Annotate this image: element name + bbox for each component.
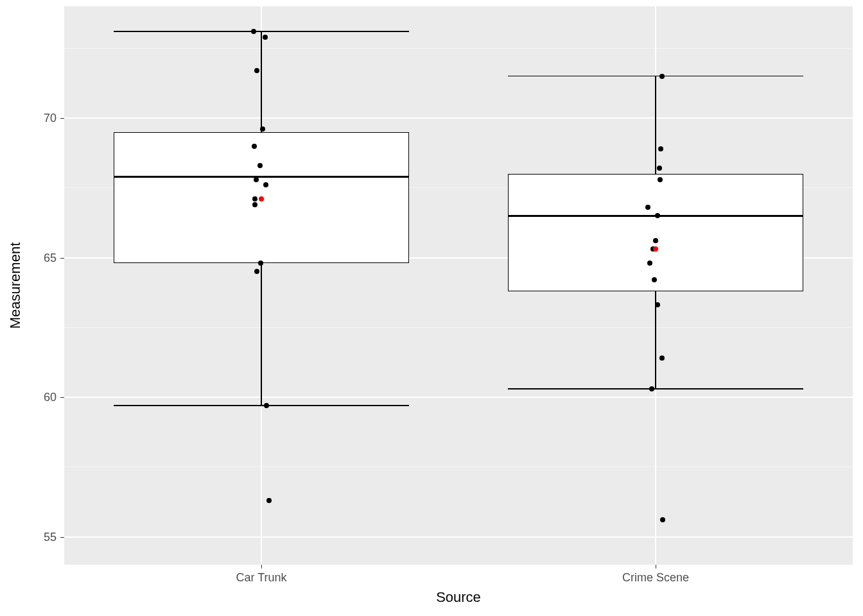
data-point	[660, 517, 665, 522]
plot-panel	[64, 6, 853, 565]
data-point	[251, 29, 256, 34]
data-point	[658, 146, 663, 151]
x-axis-title: Source	[436, 589, 481, 606]
x-tick	[656, 565, 656, 569]
gridline-major	[64, 536, 853, 538]
y-tick-label: 65	[0, 251, 57, 264]
box	[508, 174, 804, 291]
y-tick	[60, 537, 64, 538]
data-point	[263, 182, 268, 187]
whisker-lower	[261, 263, 261, 406]
data-point	[657, 166, 662, 171]
data-point	[659, 355, 665, 361]
y-tick	[60, 258, 64, 259]
whisker-cap-upper	[508, 76, 804, 76]
data-point	[257, 163, 263, 168]
boxplot-chart: Measurement Source 55606570Car TrunkCrim…	[0, 0, 863, 616]
gridline-minor	[64, 48, 853, 49]
whisker-upper	[655, 76, 656, 174]
data-point	[260, 126, 265, 132]
data-point	[649, 386, 654, 391]
data-point	[263, 35, 268, 40]
x-tick-label: Crime Scene	[622, 571, 689, 585]
whisker-cap-lower	[508, 388, 804, 389]
y-tick-label: 70	[0, 112, 57, 125]
data-point	[264, 403, 269, 408]
whisker-cap-lower	[114, 405, 410, 406]
data-point	[266, 498, 272, 503]
data-point	[254, 269, 259, 274]
data-point	[254, 177, 259, 182]
y-tick	[60, 118, 64, 119]
data-point	[655, 213, 660, 218]
data-point	[254, 68, 259, 73]
whisker-cap-upper	[114, 31, 410, 31]
gridline-minor	[64, 466, 853, 467]
y-tick	[60, 397, 64, 398]
data-point	[659, 74, 665, 79]
y-tick-label: 60	[0, 391, 57, 404]
x-tick-label: Car Trunk	[236, 571, 286, 585]
gridline-major	[64, 117, 853, 119]
data-point	[658, 177, 663, 182]
data-point	[252, 196, 257, 201]
gridline-major	[64, 397, 853, 398]
y-tick-label: 55	[0, 530, 57, 543]
data-point	[655, 302, 660, 307]
gridline-minor	[64, 327, 853, 328]
whisker-upper	[261, 31, 261, 132]
x-tick	[261, 565, 262, 569]
median-line	[114, 176, 410, 178]
data-point	[258, 261, 263, 266]
